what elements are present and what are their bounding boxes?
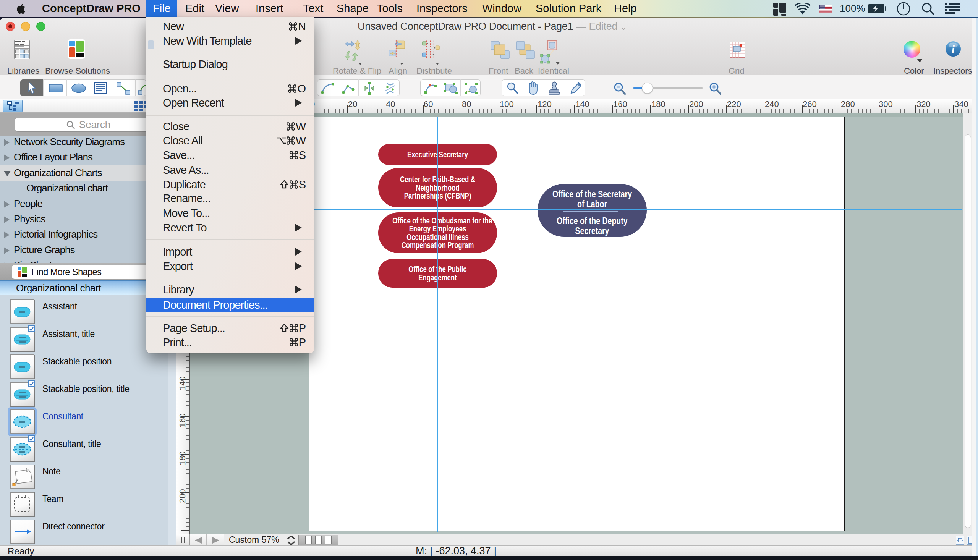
- svg-text:i: i: [951, 43, 955, 55]
